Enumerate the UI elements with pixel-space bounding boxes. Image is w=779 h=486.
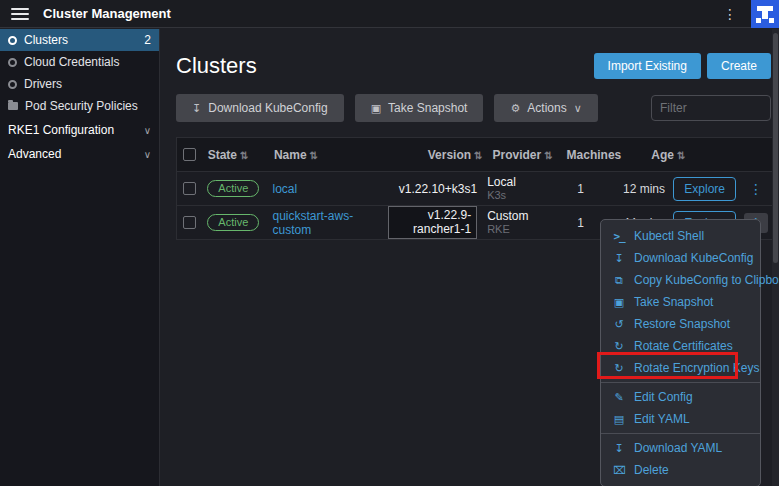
file-icon: ▤ <box>613 413 625 426</box>
copy-icon: ⧉ <box>613 274 625 287</box>
sidebar-item-label: Cloud Credentials <box>24 55 119 69</box>
download-kubeconfig-label: Download KubeConfig <box>208 101 327 115</box>
camera-icon: ▣ <box>613 296 625 309</box>
cluster-name-link[interactable]: quickstart-aws-custom <box>273 209 354 237</box>
row-checkbox[interactable] <box>183 182 196 195</box>
app-title: Cluster Management <box>43 6 171 21</box>
column-header-provider[interactable]: Provider⇅ <box>487 148 561 162</box>
menu-divider <box>601 382 760 383</box>
sidebar-item-cloud-credentials[interactable]: Cloud Credentials <box>0 51 159 73</box>
menu-item-take-snapshot[interactable]: ▣ Take Snapshot <box>601 291 760 313</box>
restore-icon: ↺ <box>613 318 625 331</box>
cluster-icon <box>8 36 17 45</box>
machines-count: 1 <box>555 182 606 196</box>
provider-name: Local <box>487 176 550 189</box>
pencil-icon: ✎ <box>613 391 625 404</box>
column-header-name[interactable]: Name⇅ <box>269 148 387 162</box>
hamburger-menu-icon[interactable] <box>11 8 29 20</box>
menu-item-rotate-encryption-keys[interactable]: ↻ Rotate Encryption Keys <box>601 357 760 379</box>
select-all-checkbox[interactable] <box>183 148 196 161</box>
sidebar-group-advanced[interactable]: Advanced ∨ <box>0 143 159 165</box>
camera-icon: ▣ <box>371 102 381 115</box>
sort-icon: ⇅ <box>474 150 482 161</box>
row-kebab-icon[interactable]: ⋮ <box>744 179 768 199</box>
sidebar-item-drivers[interactable]: Drivers <box>0 73 159 95</box>
menu-item-restore-snapshot[interactable]: ↺ Restore Snapshot <box>601 313 760 335</box>
menu-item-copy-kubeconfig[interactable]: ⧉ Copy KubeConfig to Clipboard <box>601 269 760 291</box>
cluster-version: v1.22.9-rancher1-1 <box>388 206 477 239</box>
table-header-row: State⇅ Name⇅ Version⇅ Provider⇅ Machines… <box>177 138 778 171</box>
provider-distro: K3s <box>487 189 550 201</box>
provider-name: Custom <box>487 210 550 223</box>
sidebar-group-label: RKE1 Configuration <box>8 123 114 137</box>
sort-icon: ⇅ <box>240 150 248 161</box>
terminal-icon: >_ <box>613 230 625 243</box>
column-header-age[interactable]: Age⇅ <box>626 148 691 162</box>
cluster-actions-context-menu: >_ Kubectl Shell ↧ Download KubeConfig ⧉… <box>600 219 761 486</box>
column-header-machines: Machines <box>562 148 626 162</box>
column-header-state[interactable]: State⇅ <box>203 148 269 162</box>
sidebar-item-clusters[interactable]: Clusters 2 <box>0 29 159 51</box>
actions-label: Actions <box>527 101 566 115</box>
download-icon: ↧ <box>613 252 625 265</box>
page-title: Clusters <box>176 53 257 79</box>
row-checkbox[interactable] <box>183 216 196 229</box>
sidebar-item-label: Pod Security Policies <box>25 99 138 113</box>
sort-icon: ⇅ <box>544 150 552 161</box>
folder-icon <box>8 102 18 110</box>
rotate-icon: ↻ <box>613 340 625 353</box>
create-button[interactable]: Create <box>707 53 771 79</box>
table-row-local: Active local v1.22.10+k3s1 Local K3s 1 1… <box>177 171 778 205</box>
chevron-down-icon: ∨ <box>144 149 151 160</box>
top-header: Cluster Management ⋮ <box>0 0 779 28</box>
download-icon: ↧ <box>613 442 625 455</box>
download-icon: ↧ <box>192 102 201 115</box>
menu-item-download-kubeconfig[interactable]: ↧ Download KubeConfig <box>601 247 760 269</box>
menu-item-edit-config[interactable]: ✎ Edit Config <box>601 386 760 408</box>
menu-item-download-yaml[interactable]: ↧ Download YAML <box>601 437 760 459</box>
cloud-credentials-icon <box>8 58 17 67</box>
sidebar-item-label: Clusters <box>24 33 68 47</box>
rotate-icon: ↻ <box>613 362 625 375</box>
header-kebab-icon[interactable]: ⋮ <box>709 6 751 22</box>
provider-distro: RKE <box>487 223 550 235</box>
clusters-count-badge: 2 <box>144 33 151 47</box>
column-header-version[interactable]: Version⇅ <box>387 148 488 162</box>
user-avatar[interactable] <box>751 0 779 28</box>
chevron-down-icon: ∨ <box>144 125 151 136</box>
cluster-name-link[interactable]: local <box>273 182 298 196</box>
cluster-version: v1.22.10+k3s1 <box>399 182 477 196</box>
sort-icon: ⇅ <box>677 150 685 161</box>
explore-button[interactable]: Explore <box>673 177 736 201</box>
sidebar-item-label: Drivers <box>24 77 62 91</box>
import-existing-button[interactable]: Import Existing <box>594 53 701 79</box>
menu-item-delete[interactable]: ⌧ Delete <box>601 459 760 481</box>
menu-item-edit-yaml[interactable]: ▤ Edit YAML <box>601 408 760 430</box>
trash-icon: ⌧ <box>613 464 625 477</box>
scrollbar-thumb[interactable] <box>773 33 778 263</box>
menu-divider <box>601 433 760 434</box>
take-snapshot-button[interactable]: ▣ Take Snapshot <box>355 94 484 122</box>
sidebar-item-pod-security-policies[interactable]: Pod Security Policies <box>0 95 159 117</box>
sort-icon: ⇅ <box>310 150 318 161</box>
sidebar-group-label: Advanced <box>8 147 61 161</box>
drivers-icon <box>8 80 17 89</box>
take-snapshot-label: Take Snapshot <box>388 101 467 115</box>
menu-item-rotate-certificates[interactable]: ↻ Rotate Certificates <box>601 335 760 357</box>
machines-count: 1 <box>555 216 606 230</box>
status-badge: Active <box>207 180 259 197</box>
scrollbar[interactable] <box>772 29 779 486</box>
chevron-down-icon: ∨ <box>574 102 582 115</box>
cluster-age: 12 mins <box>606 182 670 196</box>
download-kubeconfig-button[interactable]: ↧ Download KubeConfig <box>176 94 344 122</box>
gear-icon: ⚙ <box>510 102 520 115</box>
sidebar: Clusters 2 Cloud Credentials Drivers Pod… <box>0 29 160 486</box>
actions-button[interactable]: ⚙ Actions ∨ <box>494 94 597 122</box>
sidebar-group-rke1-configuration[interactable]: RKE1 Configuration ∨ <box>0 119 159 141</box>
status-badge: Active <box>207 214 259 231</box>
filter-input[interactable] <box>651 95 771 121</box>
menu-item-kubectl-shell[interactable]: >_ Kubectl Shell <box>601 225 760 247</box>
